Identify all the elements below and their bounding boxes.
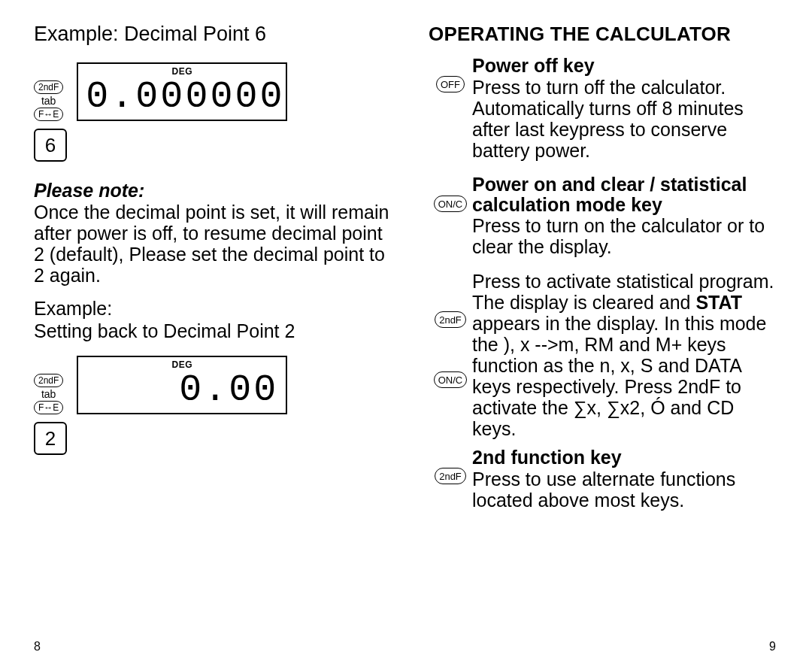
key-2ndf: 2ndF xyxy=(34,374,63,387)
key-fe: F↔E xyxy=(34,401,63,414)
stat-body-post: appears in the display. In this mode the… xyxy=(472,313,766,439)
key-digit-6: 6 xyxy=(34,129,67,162)
key-onc: ON/C xyxy=(434,196,468,212)
key-2ndf: 2ndF xyxy=(435,468,466,484)
lcd-mode-indicator: DEG xyxy=(172,66,193,77)
please-note-heading: Please note: xyxy=(34,180,391,202)
keypress-illustration-1: 2ndF tab F↔E DEG 0.000000 xyxy=(34,62,391,121)
example-title: Example: Decimal Point 6 xyxy=(34,23,391,46)
key-stack: 2ndF tab F↔E xyxy=(34,374,63,414)
stat-body: Press to activate statistical program. T… xyxy=(472,271,774,439)
keycol: OFF xyxy=(429,55,472,92)
key-stack: 2ndF tab F↔E xyxy=(34,80,63,121)
right-page: OPERATING THE CALCULATOR OFF Power off k… xyxy=(406,23,782,649)
example-label: Example: Setting back to Decimal Point 2 xyxy=(34,298,391,342)
please-note-body: Once the decimal point is set, it will r… xyxy=(34,202,391,286)
onc-section: ON/C Power on and clear / statistical ca… xyxy=(429,174,774,257)
example-body: Setting back to Decimal Point 2 xyxy=(34,320,295,341)
page-number-right: 9 xyxy=(769,640,776,653)
page-number-left: 8 xyxy=(34,640,41,653)
keypress-illustration-2: 2ndF tab F↔E DEG 0.00 xyxy=(34,356,391,414)
power-off-body: Press to turn off the calculator. Automa… xyxy=(472,77,774,161)
lcd-digits: 0.00 xyxy=(86,371,278,409)
keycol: 2ndF xyxy=(429,447,472,484)
second-fn-section: 2ndF 2nd function key Press to use alter… xyxy=(429,447,774,511)
tab-label: tab xyxy=(41,95,56,107)
lcd-digits: 0.000000 xyxy=(86,78,278,116)
left-page: Example: Decimal Point 6 2ndF tab F↔E DE… xyxy=(30,23,406,649)
key-fe: F↔E xyxy=(34,108,63,121)
textcol: Power on and clear / statistical calcula… xyxy=(472,174,774,257)
key-2ndf: 2ndF xyxy=(34,80,63,94)
lcd-display: DEG 0.000000 xyxy=(77,62,287,121)
example-word: Example: xyxy=(34,298,112,319)
power-off-section: OFF Power off key Press to turn off the … xyxy=(429,55,774,161)
onc-heading: Power on and clear / statistical calcula… xyxy=(472,174,774,215)
key-off: OFF xyxy=(436,76,465,92)
second-fn-heading: 2nd function key xyxy=(472,447,774,468)
keycol: ON/C xyxy=(429,174,472,212)
onc-body1: Press to turn on the calculator or to cl… xyxy=(472,215,774,257)
key-digit-2: 2 xyxy=(34,422,67,455)
power-off-heading: Power off key xyxy=(472,55,774,77)
key-onc: ON/C xyxy=(434,371,468,388)
key-2ndf: 2ndF xyxy=(435,311,466,328)
manual-page-spread: Example: Decimal Point 6 2ndF tab F↔E DE… xyxy=(0,0,812,664)
lcd-display: DEG 0.00 xyxy=(77,356,287,414)
keycol: 2ndF ON/C xyxy=(429,271,472,388)
tab-label: tab xyxy=(41,388,56,400)
stat-section: 2ndF ON/C Press to activate statistical … xyxy=(429,271,774,439)
stat-bold: STAT xyxy=(695,292,742,313)
second-fn-body: Press to use alternate functions located… xyxy=(472,468,774,511)
textcol: 2nd function key Press to use alternate … xyxy=(472,447,774,511)
textcol: Power off key Press to turn off the calc… xyxy=(472,55,774,161)
lcd-mode-indicator: DEG xyxy=(172,359,193,370)
section-heading: OPERATING THE CALCULATOR xyxy=(429,23,774,46)
